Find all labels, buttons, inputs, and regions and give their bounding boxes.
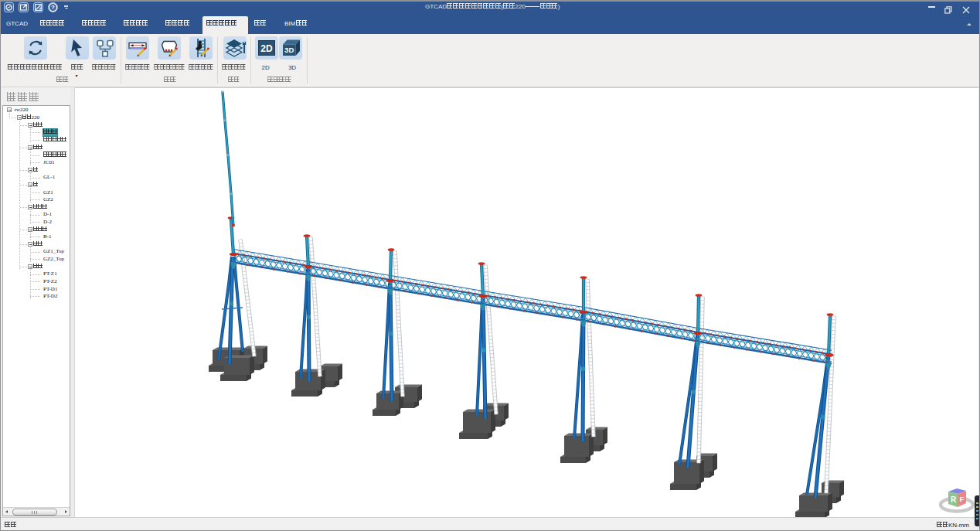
svg-text:R: R [951,495,957,504]
svg-text:3D: 3D [285,46,294,54]
svg-text:F: F [960,495,965,503]
svg-text:?: ? [51,4,55,11]
svg-text:2D: 2D [260,43,273,54]
